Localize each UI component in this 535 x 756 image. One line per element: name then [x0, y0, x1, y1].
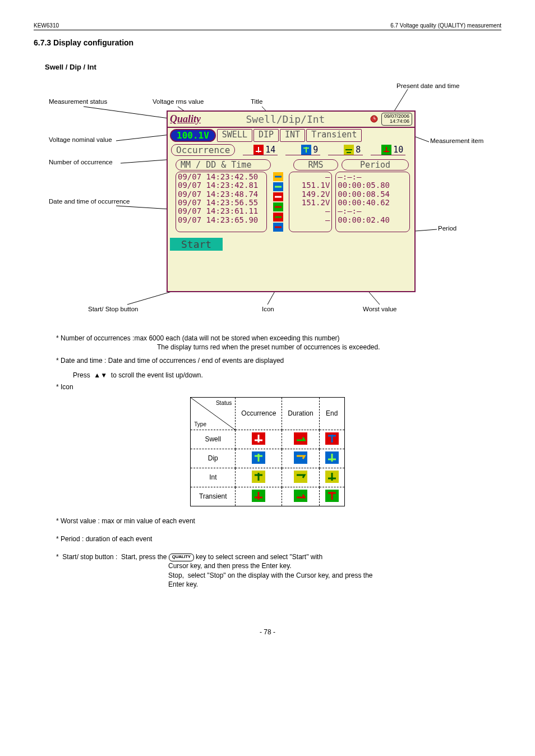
col-icons — [270, 172, 285, 232]
row-icon-1 — [270, 182, 285, 192]
bullet-occurrences: * Number of occurrences :max 6000 each (… — [56, 334, 501, 343]
callout-start-stop: Start/ Stop button — [88, 306, 139, 312]
legend-row-swell: Swell — [191, 430, 236, 449]
device-figure: Measurement status Voltage rms value Tit… — [49, 76, 486, 322]
page-number: - 78 - — [34, 628, 501, 636]
dip-occurrence-icon — [236, 449, 282, 468]
legend-row-int: Int — [191, 468, 236, 487]
callout-icon: Icon — [262, 306, 274, 312]
hdr-rms: RMS — [293, 159, 338, 170]
transient-end-icon — [319, 487, 344, 506]
device-datetime: 09/07/200614:74:06 — [381, 113, 412, 126]
voltage-pill[interactable]: 100.1V — [170, 129, 216, 142]
bullet-occurrences-2: The display turns red when the preset nu… — [157, 343, 501, 352]
occ-dip: 9 — [285, 145, 320, 155]
row-icon-5 — [270, 222, 285, 232]
int-duration-icon — [282, 468, 319, 487]
bullet-icon: * Icon — [56, 382, 501, 391]
callout-voltage-rms: Voltage rms value — [153, 98, 204, 105]
header-doc: KEW6310 — [34, 22, 59, 29]
legend-diag: Status Type — [191, 397, 236, 430]
tab-transient[interactable]: Transient — [306, 129, 362, 142]
row-icon-4 — [270, 212, 285, 222]
swell-occurrence-icon — [236, 430, 282, 449]
tab-dip[interactable]: DIP — [253, 129, 279, 142]
legend-row-transient: Transient — [191, 487, 236, 506]
header-section: 6.7 Voltage quality (QUALITY) measuremen… — [390, 22, 501, 29]
tab-swell[interactable]: SWELL — [217, 129, 252, 142]
swell-end-icon — [319, 430, 344, 449]
quality-key-icon: QUALITY — [169, 554, 194, 561]
note-startstop: * Start/ stop button : Start, press the … — [56, 552, 479, 589]
col-time: 09/07 14:23:42.50 09/07 14:23:42.81 09/0… — [176, 172, 267, 232]
callout-title: Title — [251, 98, 262, 105]
dip-end-icon — [319, 449, 344, 468]
tab-int[interactable]: INT — [280, 129, 305, 142]
row-icon-0 — [270, 172, 285, 182]
int-occurrence-icon — [236, 468, 282, 487]
device-titlebar: Quality Swell/Dip/Int 09/07/200614:74:06 — [168, 112, 414, 128]
svg-line-0 — [84, 107, 177, 119]
down-arrow-icon: ▼ — [100, 371, 107, 379]
legend-col-occurrence: Occurrence — [236, 397, 282, 430]
start-button[interactable]: Start — [170, 238, 223, 251]
occ-swell: 14 — [243, 145, 278, 155]
swell-duration-icon — [282, 430, 319, 449]
col-period: ―:―:― 00:00:05.80 00:00:08.54 00:00:40.6… — [335, 172, 410, 232]
legend-col-end: End — [319, 397, 344, 430]
callout-nominal: Voltage nominal value — [49, 136, 112, 143]
transient-occ-icon — [381, 145, 391, 155]
svg-rect-36 — [294, 490, 307, 502]
col-rms: ― 151.1V 149.2V 151.2V ― ― — [289, 172, 332, 232]
legend-col-duration: Duration — [282, 397, 319, 430]
clock-icon — [370, 115, 378, 123]
bullet-updown: Press ▲▼ to scroll the event list up/dow… — [73, 371, 501, 379]
occurrence-label: Occurrence — [171, 144, 235, 156]
bullet-date-time: * Date and time : Date and time of occur… — [56, 356, 501, 365]
row-icon-2 — [270, 192, 285, 202]
hdr-period: Period — [342, 159, 409, 170]
callout-date-time: Date and time of occurrence — [49, 198, 139, 205]
device-screen: Quality Swell/Dip/Int 09/07/200614:74:06… — [167, 110, 416, 292]
up-arrow-icon: ▲ — [94, 371, 100, 379]
dip-duration-icon — [282, 449, 319, 468]
callout-present-datetime: Present date and time — [396, 82, 460, 89]
svg-rect-27 — [294, 432, 307, 445]
section-swell-dip-int: Swell / Dip / Int — [45, 63, 501, 71]
callout-measurement-status: Measurement status — [49, 98, 107, 105]
svg-rect-33 — [294, 471, 307, 483]
icon-legend-table: Status Type Occurrence Duration End Swel… — [190, 397, 344, 506]
callout-measurement-item: Measurement item — [430, 137, 483, 144]
section-display-config: 6.7.3 Display configuration — [34, 38, 501, 47]
device-logo: Quality — [170, 113, 201, 125]
dip-occ-icon — [301, 145, 311, 155]
callout-num-occurrence: Number of occurrence — [49, 159, 113, 165]
transient-occurrence-icon — [236, 487, 282, 506]
hdr-time: MM / DD & Time — [176, 159, 271, 170]
note-worst: * Worst value : max or min value of each… — [56, 517, 479, 525]
swell-occ-icon — [253, 145, 264, 155]
row-icon-3 — [270, 202, 285, 212]
legend-row-dip: Dip — [191, 449, 236, 468]
occ-int: 8 — [328, 145, 363, 155]
int-end-icon — [319, 468, 344, 487]
callout-period: Period — [438, 225, 456, 232]
occ-transient: 10 — [371, 145, 405, 155]
transient-duration-icon — [282, 487, 319, 506]
device-title: Swell/Dip/Int — [204, 113, 367, 125]
int-occ-icon — [344, 145, 354, 155]
callout-worst: Worst value — [363, 306, 397, 312]
note-period: * Period : duration of each event — [56, 534, 479, 543]
svg-rect-30 — [294, 451, 307, 464]
